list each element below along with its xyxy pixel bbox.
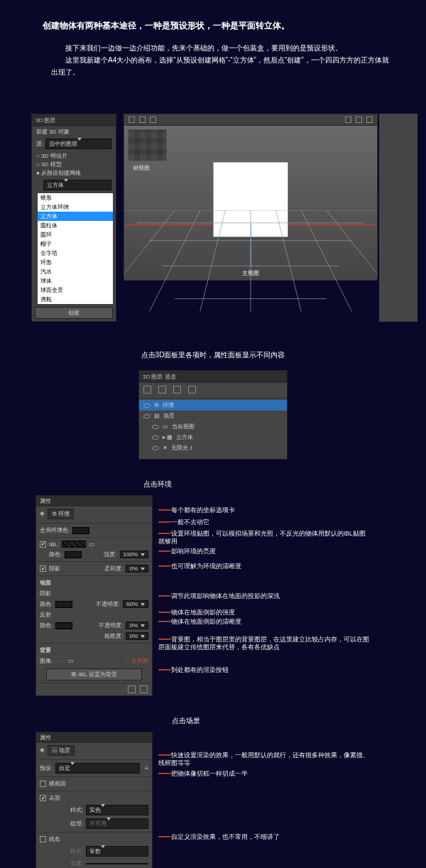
row-env-properties: 属性 ✥⚙ 环境 全局环境色: IBL:▭ 颜色:强度:100% 阴影柔和度:0… bbox=[36, 495, 410, 696]
opt-model[interactable]: ○ 3D 模型 bbox=[36, 161, 62, 168]
panel-menu-icon[interactable] bbox=[140, 685, 148, 693]
svg-line-8 bbox=[150, 210, 200, 311]
caption-3d-panel: 点击3D面板里各项时，属性面板显示不同内容 bbox=[16, 350, 410, 360]
preset-item[interactable]: 酒瓶 bbox=[38, 295, 113, 304]
panorama-toggle[interactable]: □ 全景图 bbox=[126, 657, 148, 665]
preset-dropdown[interactable]: 立方体 bbox=[43, 180, 111, 190]
label-style: 样式: bbox=[70, 806, 83, 814]
opt-preset-mesh[interactable]: ● 从预设创建网格 bbox=[36, 169, 81, 177]
svg-line-6 bbox=[200, 210, 226, 311]
preset-menu-icon[interactable]: ≡ bbox=[145, 765, 148, 771]
item-environment[interactable]: ⚙环境 bbox=[139, 400, 287, 411]
folder-icon[interactable]: ▭ bbox=[89, 541, 94, 548]
input-intensity[interactable]: 100% bbox=[120, 550, 148, 558]
panel-tabs[interactable]: 3D 图层 bbox=[32, 114, 116, 126]
svg-line-7 bbox=[276, 210, 302, 311]
tool-icon[interactable] bbox=[129, 116, 135, 123]
swatch-r-color[interactable] bbox=[55, 622, 72, 629]
preset-item[interactable]: 圆柱体 bbox=[38, 221, 113, 230]
ground-grid bbox=[124, 210, 377, 311]
filter-icon[interactable] bbox=[173, 386, 181, 394]
folder-icon[interactable]: ▭ bbox=[68, 658, 74, 664]
swatch-global[interactable] bbox=[72, 527, 89, 534]
render-icon[interactable] bbox=[128, 685, 136, 693]
input-opacity[interactable]: 60% bbox=[123, 600, 148, 608]
heading: 创建物体有两种基本途径，一种是预设形状，一种是平面转立体。 bbox=[43, 20, 410, 32]
svg-line-11 bbox=[327, 210, 377, 273]
crumb-tag[interactable]: ⚙ 环境 bbox=[48, 509, 74, 519]
label-shadow: 阴影 bbox=[49, 565, 60, 573]
opt-postcard[interactable]: ○ 3D 明信片 bbox=[36, 152, 67, 160]
tool-icon[interactable] bbox=[366, 116, 373, 123]
tool-icon[interactable] bbox=[345, 116, 351, 123]
preset-item[interactable]: 锥形 bbox=[38, 193, 113, 202]
filter-icon[interactable] bbox=[143, 386, 151, 394]
checkbox-surface[interactable] bbox=[40, 795, 46, 801]
checkbox-cross[interactable] bbox=[40, 781, 46, 787]
item-current-view[interactable]: ▭当前视图 bbox=[148, 421, 287, 432]
preset-item[interactable]: 球体 bbox=[38, 276, 113, 286]
preset-item[interactable]: 帽子 bbox=[38, 239, 113, 249]
viewport-3d[interactable]: 俯视图 主视图 bbox=[124, 114, 378, 281]
svg-line-10 bbox=[124, 210, 175, 273]
filter-icon[interactable] bbox=[188, 386, 196, 394]
visibility-icon[interactable] bbox=[152, 425, 159, 429]
visibility-icon[interactable] bbox=[143, 403, 151, 408]
input-r-opacity[interactable]: 0% bbox=[126, 622, 148, 629]
visibility-icon[interactable] bbox=[152, 446, 159, 450]
panel-header: 属性 bbox=[36, 732, 152, 743]
create-button[interactable]: 创建 bbox=[35, 307, 113, 319]
visibility-icon[interactable] bbox=[152, 435, 159, 440]
filter-icons bbox=[139, 383, 287, 396]
tool-icon[interactable] bbox=[139, 116, 146, 123]
preset-item-selected[interactable]: 立方体 bbox=[38, 212, 113, 221]
visibility-icon[interactable] bbox=[143, 414, 151, 418]
caption-environment: 点击环境 bbox=[143, 479, 410, 489]
label-cross: 横截面 bbox=[49, 780, 66, 788]
label-surface: 表面 bbox=[49, 794, 60, 802]
preset-item[interactable]: 圆环 bbox=[38, 230, 113, 239]
preset-item[interactable]: 球面全景 bbox=[38, 286, 113, 295]
filter-icon[interactable] bbox=[158, 386, 166, 394]
crumb-tag[interactable]: ▤ 场景 bbox=[48, 745, 75, 756]
preset-item[interactable]: 金字塔 bbox=[38, 249, 113, 258]
coord-icon[interactable]: ✥ bbox=[40, 511, 45, 517]
env-callouts: ━━━━每个都有的坐标选项卡 ━━━━一般不去动它 ━━━━设置环境贴图，可以模… bbox=[158, 495, 371, 674]
source-dropdown[interactable]: 选中的图层 bbox=[45, 139, 111, 149]
secondary-view-tile[interactable] bbox=[128, 129, 167, 161]
swatch-color[interactable] bbox=[65, 551, 82, 558]
section-bg: 背景 bbox=[36, 645, 152, 656]
label-image: 图像: bbox=[40, 657, 53, 665]
preset-item[interactable]: 汽水 bbox=[38, 267, 113, 276]
items-panel-tabs[interactable]: 3D 图层 通道 bbox=[139, 371, 287, 383]
input-rough[interactable]: 0% bbox=[126, 632, 148, 640]
label-texture: 纹理: bbox=[70, 820, 83, 828]
panel-header: 属性 bbox=[36, 496, 152, 506]
checkbox-lines[interactable] bbox=[40, 836, 46, 842]
viewport-body[interactable]: 俯视图 主视图 bbox=[124, 126, 377, 280]
ibl-thumb[interactable] bbox=[62, 541, 86, 548]
item-scene[interactable]: ▤场景 bbox=[139, 411, 287, 421]
style-select[interactable]: 实色 bbox=[86, 805, 148, 815]
tool-icon[interactable] bbox=[356, 116, 362, 123]
checkbox-ibl[interactable] bbox=[40, 541, 46, 548]
line-width bbox=[86, 863, 148, 864]
item-cube[interactable]: ▸ ▦立方体 bbox=[148, 432, 287, 443]
viewport-toolbar bbox=[124, 114, 377, 126]
preset-item[interactable]: 立方体环绕 bbox=[38, 202, 113, 212]
preset-list[interactable]: 锥形 立方体环绕 立方体 圆柱体 圆环 帽子 金字塔 环形 汽水 球体 球面全景… bbox=[38, 193, 113, 304]
input-softness[interactable]: 0% bbox=[126, 565, 148, 573]
coord-icon[interactable]: ✥ bbox=[40, 747, 45, 754]
preset-item[interactable]: 环形 bbox=[38, 258, 113, 267]
texture-select[interactable]: 不可用 bbox=[86, 818, 148, 829]
tool-icon[interactable] bbox=[150, 116, 156, 123]
label-reflect: 反射 bbox=[36, 609, 152, 620]
swatch-g-color[interactable] bbox=[55, 601, 72, 608]
label-lines: 线条 bbox=[49, 835, 60, 843]
preset-select[interactable]: 自定 bbox=[55, 763, 140, 774]
checkbox-shadow[interactable] bbox=[40, 565, 46, 572]
item-light[interactable]: ☀无限光 1 bbox=[148, 443, 287, 453]
set-ibl-bg-button[interactable]: 将 IBL 设置为背景 bbox=[46, 668, 142, 680]
intro-text: 接下来我们一边做一边介绍功能，先来个基础的，做一个包装盒，要用到的是预设形状。 … bbox=[51, 42, 389, 78]
label-global-color: 全局环境色: bbox=[40, 526, 70, 534]
